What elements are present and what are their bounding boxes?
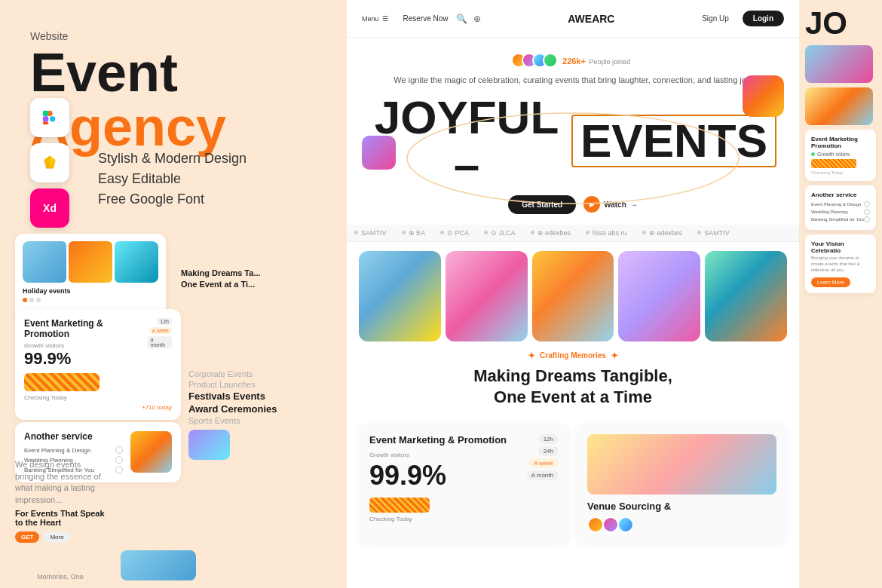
nav-icons: 🔍 ⊕ [456,14,481,24]
svc-circle-3 [115,466,123,473]
more-btn[interactable]: More [44,531,69,543]
rv-title: Your Vision Celebratio [811,240,870,254]
gallery-item-1 [359,251,441,341]
main-area: Menu ☰ Reserve Now 🔍 ⊕ AWEARC Sign Up Lo… [347,0,799,588]
app-icons-list: Xd [30,98,69,228]
another-svc-image [130,431,172,473]
svc-circle-2 [115,456,123,464]
asvc-item-3: Banking Simplified for You [811,216,870,222]
asvc-circle-2 [864,209,870,215]
left-panel: Website Event Agency Xd Styli [0,0,347,588]
nav-reserve[interactable]: Reserve Now [403,14,449,23]
time-badge-2: 24h [538,446,559,456]
feature-item-1: Stylish & Modern Design [98,151,247,167]
venue-avatar-1 [587,516,604,533]
avatar-4 [543,53,558,68]
right-hero-text: JO [805,8,876,39]
dot-indicators [23,298,158,302]
time-badge-4: A month [526,470,559,480]
asvc-item-2: Wedding Planning [811,209,870,215]
spark-left-icon: ✦ [528,351,535,361]
right-mini-img-1 [805,45,873,83]
ticker-2: ⊕ EA [402,229,426,237]
xd-label: Xd [43,202,57,214]
event-list: Corporate Events Product Launches Festiv… [188,369,324,460]
share-icon[interactable]: ⊕ [473,14,481,24]
ticker-5: ⊕ edexbes [531,229,571,237]
bc-stat: 99.9% [369,460,507,492]
event-item-5: Sports Events [188,416,324,425]
right-another-svc: Another service Event Planning & Design … [805,185,876,230]
watch-button[interactable]: ▶ Watch → [583,195,638,214]
another-svc-title: Another service [24,431,123,442]
category-label: Website [30,30,317,42]
rsc-bar [811,159,856,168]
ticker-8: SAMTIV [697,229,730,237]
gallery-item-2 [446,251,528,341]
product-title: Event Agency [30,45,317,154]
time-badge-1: 12h [538,434,559,444]
nav-signup[interactable]: Sign Up [702,14,729,23]
get-btn[interactable]: GET [15,531,39,543]
svg-rect-1 [43,111,48,116]
preview-img-2 [69,241,112,283]
update-label: +710 today [24,404,172,411]
rv-text: Bringing your dreams to create events th… [811,256,870,273]
left-checking-label: Checking Today [24,394,148,401]
event-marketing-card: Event Marketing & Promotion Growth visit… [359,424,569,544]
asvc-circle-1 [864,201,870,207]
title-events: EVENTS [571,115,776,167]
preview-images [23,241,158,283]
hero-title: JOYFUL – EVENTS [369,94,776,188]
svg-point-4 [50,116,55,121]
venue-card: Venue Sourcing & [577,424,787,544]
rsc-status-text: Growth colors [817,152,850,157]
hero-float-left [362,136,396,170]
get-started-button[interactable]: Get Started [508,195,576,214]
stat-badge-3: a month [148,336,172,348]
sketch-icon[interactable] [30,143,69,182]
nav-login-button[interactable]: Login [743,11,784,26]
nav-brand: AWEARC [488,13,695,25]
hero-buttons: Get Started ▶ Watch → [369,195,776,214]
avatar-row [516,53,558,68]
ticker-6: hissi abs ru [586,229,627,237]
ticker-4: ⊙ JLCA [484,229,516,237]
left-slogan-area: Making Dreams Ta... One Event at a Ti... [181,268,339,291]
venue-avatar-3 [617,516,634,533]
left-service-title: Event Marketing & Promotion [24,318,148,339]
title-joyful: JOYFUL – [369,94,564,188]
features-list: Stylish & Modern Design Easy Editable Fr… [98,151,247,212]
hero-float-right [743,75,784,117]
dot-3 [36,298,41,302]
learn-more-button[interactable]: Learn More [811,277,850,287]
event-item-4: Award Ceremonies [188,403,324,415]
right-service-card: Event Marketing Promotion Growth colors … [805,130,876,181]
right-vision: Your Vision Celebratio Bringing your dre… [805,234,876,293]
svc-circle-1 [115,446,123,454]
hero-stats-label: People joined [589,58,630,66]
dot-2 [29,298,34,302]
event-item-3: Festivals Events [188,390,324,402]
left-service-card: Event Marketing & Promotion Growth visit… [15,309,181,420]
left-growth-label: Growth visitors [24,342,148,349]
feature-item-3: Free Google Font [98,191,247,207]
holiday-card-title: Holiday events [23,287,158,295]
event-item-1: Corporate Events [188,369,324,378]
gallery-item-4 [618,251,700,341]
dot-1 [23,298,27,302]
nav-menu[interactable]: Menu ☰ [362,15,388,23]
time-badge-3: A week [528,458,559,468]
watch-play-icon: ▶ [583,196,600,213]
search-icon[interactable]: 🔍 [456,14,467,24]
ticker-1: SAMTIV [354,229,387,237]
xd-icon[interactable]: Xd [30,188,69,228]
for-events-label: We design events bringing the essence of… [15,459,106,543]
rsc-title: Event Marketing Promotion [811,136,870,149]
venue-avatar-2 [602,516,619,533]
figma-icon[interactable] [30,98,69,137]
crafting-section: ✦ Crafting Memories ✦ Making Dreams Tang… [347,351,799,416]
bc-bar [369,498,430,513]
feature-item-2: Easy Editable [98,171,247,187]
gallery-row [347,242,799,351]
